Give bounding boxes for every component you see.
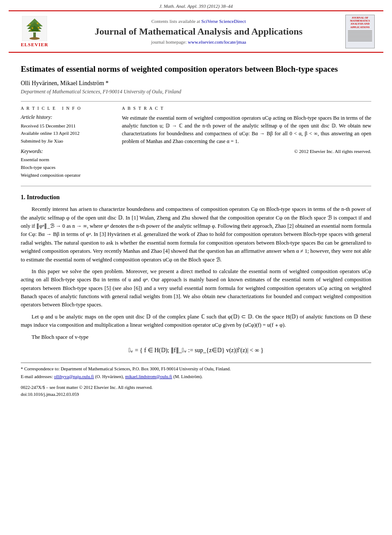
cover-title-text: JOURNAL OFMATHEMATICSANALYSIS ANDAPPLICA… bbox=[350, 16, 370, 29]
available-date: Available online 13 April 2012 bbox=[21, 130, 112, 137]
page: J. Math. Anal. Appl. 393 (2012) 38–44 bbox=[0, 0, 392, 535]
elsevier-tree-icon bbox=[22, 16, 47, 41]
math-display-bloch: 𝒝ᵥ = { f ∈ H(𝔻); ‖f‖_𝒝ᵥ := sup_{z∈𝔻} v(z… bbox=[21, 347, 371, 354]
email1: ollihyva@paju.oulu.fi bbox=[54, 374, 94, 379]
article-dates: Received 15 December 2011 Available onli… bbox=[21, 122, 112, 145]
cover-decoration bbox=[347, 30, 373, 42]
svg-point-6 bbox=[29, 24, 31, 25]
svg-point-7 bbox=[37, 22, 38, 24]
elsevier-logo: ELSEVIER bbox=[17, 16, 52, 47]
submitted-date: Submitted by Jie Xiao bbox=[21, 137, 112, 145]
journal-title: Journal of Mathematical Analysis and App… bbox=[58, 25, 339, 38]
journal-homepage: journal homepage: www.elsevier.com/locat… bbox=[58, 39, 339, 45]
homepage-link[interactable]: www.elsevier.com/locate/jmaa bbox=[188, 39, 246, 45]
sciverse-link[interactable]: SciVerse ScienceDirect bbox=[201, 19, 246, 24]
section-1-title: 1. Introduction bbox=[21, 194, 371, 201]
article-info-header: A R T I C L E I N F O bbox=[21, 106, 112, 111]
article-info-abstract-columns: A R T I C L E I N F O Article history: R… bbox=[21, 106, 371, 179]
divider-1 bbox=[21, 101, 371, 102]
keyword-bloch-type: Bloch-type spaces bbox=[21, 164, 112, 172]
svg-point-11 bbox=[39, 30, 40, 31]
paper-title: Estimates of essential norms of weighted… bbox=[21, 64, 371, 75]
journal-center-info: Contents lists available at SciVerse Sci… bbox=[58, 19, 339, 45]
email-label: E-mail addresses: bbox=[21, 374, 53, 379]
name1: (O. Hyvärinen), bbox=[95, 374, 124, 379]
affiliation: Department of Mathematical Sciences, FI-… bbox=[21, 89, 371, 95]
article-history-label: Article history: bbox=[21, 114, 112, 121]
copyright-notice: © 2012 Elsevier Inc. All rights reserved… bbox=[122, 149, 371, 154]
article-info-column: A R T I C L E I N F O Article history: R… bbox=[21, 106, 112, 179]
section1-para1: Recently interest has arisen to characte… bbox=[21, 205, 371, 264]
footnote-emails: E-mail addresses: ollihyva@paju.oulu.fi … bbox=[21, 373, 371, 380]
top-citation: J. Math. Anal. Appl. 393 (2012) 38–44 bbox=[0, 0, 392, 10]
received-date: Received 15 December 2011 bbox=[21, 122, 112, 130]
authors: Olli Hyvärinen, Mikael Lindström * bbox=[21, 80, 371, 87]
contents-line: Contents lists available at SciVerse Sci… bbox=[58, 19, 339, 24]
section1-para3: Let φ and u be analytic maps on the open… bbox=[21, 313, 371, 330]
svg-point-9 bbox=[38, 27, 39, 29]
issn-line: 0022-247X/$ – see front matter © 2012 El… bbox=[21, 384, 371, 391]
keywords-label: Keywords: bbox=[21, 148, 112, 155]
keyword-weighted-comp: Weighted composition operator bbox=[21, 172, 112, 179]
footnote-star: * Correspondence to: Department of Mathe… bbox=[21, 366, 371, 373]
elsevier-label: ELSEVIER bbox=[21, 42, 48, 47]
section1-para2: In this paper we solve the open problem.… bbox=[21, 268, 371, 309]
main-content: Estimates of essential norms of weighted… bbox=[0, 53, 392, 408]
abstract-column: A B S T R A C T We estimate the essentia… bbox=[122, 106, 371, 179]
keyword-essential-norm: Essential norm bbox=[21, 156, 112, 164]
doi-line: doi:10.1016/j.jmaa.2012.03.059 bbox=[21, 391, 371, 398]
journal-cover-thumbnail: JOURNAL OFMATHEMATICSANALYSIS ANDAPPLICA… bbox=[345, 15, 375, 48]
section1-para4: The Bloch space of v-type bbox=[21, 333, 371, 341]
svg-point-8 bbox=[32, 27, 33, 29]
svg-point-2 bbox=[29, 37, 40, 40]
svg-point-10 bbox=[30, 30, 32, 31]
email2: mikael.lindstrom@oulu.fi bbox=[125, 374, 172, 379]
abstract-header: A B S T R A C T bbox=[122, 106, 371, 111]
abstract-text: We estimate the essential norm of weight… bbox=[122, 114, 371, 145]
footnote-area: * Correspondence to: Department of Mathe… bbox=[21, 363, 371, 398]
name2: (M. Lindström). bbox=[173, 374, 203, 379]
divider-2 bbox=[21, 186, 371, 186]
journal-header: ELSEVIER Contents lists available at Sci… bbox=[9, 10, 383, 53]
